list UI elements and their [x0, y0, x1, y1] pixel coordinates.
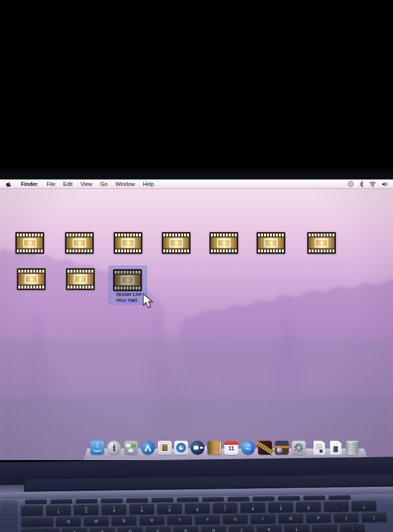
movie-file-icon[interactable] — [307, 232, 336, 254]
key-T[interactable]: T — [167, 515, 192, 525]
key-L[interactable]: L — [284, 525, 309, 532]
key-7[interactable]: &7 — [213, 503, 238, 514]
key-R[interactable]: R — [139, 516, 164, 526]
film-sprockets — [115, 249, 141, 252]
key-3[interactable]: #3 — [102, 504, 127, 515]
key-blank[interactable] — [101, 498, 123, 503]
dock-item-calendar[interactable]: 11 — [224, 441, 238, 455]
key-W[interactable]: W — [84, 516, 109, 526]
key-Q[interactable]: Q — [56, 517, 81, 527]
key--[interactable]: _- — [324, 501, 348, 512]
key-blank[interactable] — [227, 496, 249, 501]
film-sprockets — [115, 287, 140, 290]
movie-file-icon-selected[interactable] — [113, 269, 142, 291]
key-blank[interactable] — [21, 517, 53, 527]
key-Y[interactable]: Y — [195, 515, 220, 525]
key-S[interactable]: S — [90, 527, 115, 532]
key-blank[interactable] — [278, 496, 300, 501]
movie-file-icon[interactable] — [17, 268, 46, 290]
film-body — [17, 237, 43, 249]
key-=[interactable]: += — [351, 501, 376, 512]
film-body — [67, 273, 93, 285]
dock-item-mail[interactable] — [158, 441, 172, 455]
movie-file-icon[interactable] — [65, 232, 94, 254]
volume-icon[interactable] — [382, 181, 388, 187]
dock-item-iphoto[interactable] — [275, 441, 289, 455]
selected-file-label-line1: 《ĐÁNH CẮP — [109, 292, 147, 298]
bluetooth-icon[interactable] — [359, 181, 364, 187]
movie-file-icon[interactable] — [209, 232, 238, 254]
dock-item-launchpad[interactable] — [107, 441, 121, 455]
key-blank[interactable] — [253, 496, 274, 501]
time-machine-icon[interactable] — [348, 181, 354, 187]
key-][interactable]: ] — [362, 513, 387, 523]
key-[[interactable]: [ — [334, 513, 359, 523]
key-5[interactable]: %5 — [157, 503, 182, 514]
film-sprockets — [18, 270, 44, 273]
menu-item-file[interactable]: File — [43, 179, 60, 188]
key-9[interactable]: (9 — [268, 502, 293, 513]
key-F[interactable]: F — [145, 527, 170, 532]
apple-menu-icon[interactable] — [6, 181, 12, 187]
key-U[interactable]: U — [223, 514, 248, 524]
key-;[interactable]: :; — [312, 524, 337, 532]
key-K[interactable]: K — [257, 525, 281, 532]
movie-file-icon[interactable] — [15, 232, 44, 254]
key-P[interactable]: P — [306, 513, 331, 523]
menu-item-edit[interactable]: Edit — [59, 179, 76, 188]
key-2[interactable]: @2 — [74, 505, 99, 516]
key-8[interactable]: *8 — [241, 502, 265, 513]
key-blank[interactable] — [50, 499, 72, 504]
key-E[interactable]: E — [112, 516, 136, 526]
key-blank[interactable] — [75, 499, 97, 504]
key-blank[interactable] — [202, 497, 224, 502]
menu-item-window[interactable]: Window — [112, 179, 139, 188]
key-blank[interactable] — [126, 498, 148, 503]
dock-item-trash[interactable] — [346, 441, 359, 455]
dock-item-facetime[interactable] — [191, 441, 204, 455]
key-J[interactable]: J — [229, 525, 254, 532]
menu-item-help[interactable]: Help — [139, 179, 158, 188]
dock-item-app-store[interactable] — [141, 441, 155, 455]
key-blank[interactable] — [328, 495, 350, 500]
key-blank[interactable] — [177, 497, 198, 502]
key-I[interactable]: I — [251, 514, 275, 524]
key-O[interactable]: O — [278, 514, 303, 524]
desktop[interactable]: 《ĐÁNH CẮPTRÁI TIM》 11 — [0, 189, 393, 460]
movie-file-icon[interactable] — [162, 232, 191, 254]
menu-item-go[interactable]: Go — [96, 179, 112, 188]
key-0[interactable]: )0 — [296, 501, 321, 512]
dock-item-system-preferences[interactable] — [292, 441, 306, 455]
dock-item-finder[interactable] — [90, 441, 104, 455]
movie-file-icon[interactable] — [114, 232, 142, 254]
key-blank[interactable] — [25, 499, 47, 504]
play-button-icon — [122, 239, 135, 247]
menu-item-view[interactable]: View — [76, 179, 96, 188]
key-G[interactable]: G — [173, 526, 198, 532]
menu-item-finder[interactable]: Finder — [17, 179, 43, 188]
key-blank[interactable] — [21, 528, 59, 532]
wifi-icon[interactable] — [369, 181, 376, 187]
key-D[interactable]: D — [118, 527, 142, 532]
key-blank[interactable] — [151, 498, 173, 503]
movie-file-icon[interactable] — [257, 232, 285, 254]
dock-item-mission-control[interactable] — [124, 441, 138, 455]
key-A[interactable]: A — [62, 528, 87, 532]
film-sprockets — [309, 249, 334, 252]
movie-file-icon[interactable] — [66, 268, 95, 290]
key-4[interactable]: $4 — [130, 504, 154, 515]
dock-item-document[interactable] — [314, 441, 325, 455]
dock-item-safari[interactable] — [174, 441, 188, 455]
key-blank[interactable] — [303, 495, 325, 500]
screen-top-bezel — [0, 169, 393, 179]
key-blank[interactable] — [21, 505, 43, 516]
key-6[interactable]: ^6 — [185, 503, 210, 514]
dock-item-itunes[interactable] — [241, 441, 255, 455]
key-'[interactable]: "' — [340, 524, 365, 532]
dock-item-imovie[interactable] — [258, 441, 272, 455]
dock-item-contacts[interactable] — [207, 441, 221, 455]
key-1[interactable]: !1 — [46, 505, 71, 516]
film-sprockets — [66, 249, 92, 252]
dock-item-document-2[interactable] — [330, 441, 341, 455]
key-H[interactable]: H — [201, 526, 226, 532]
